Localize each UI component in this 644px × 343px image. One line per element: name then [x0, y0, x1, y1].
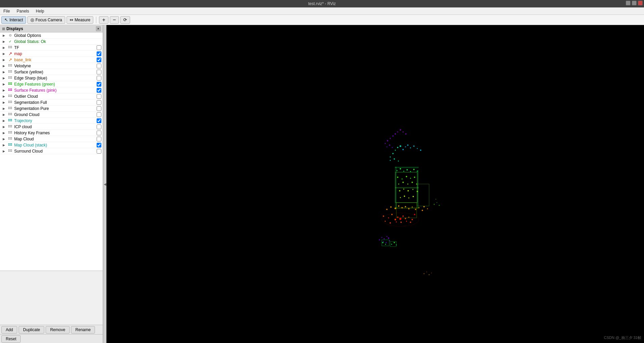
check-trajectory[interactable] — [97, 118, 101, 123]
check-surround-cloud[interactable] — [97, 149, 101, 154]
zoom-out-button[interactable]: − — [110, 16, 119, 24]
check-map[interactable] — [97, 51, 101, 56]
svg-point-78 — [8, 137, 9, 138]
svg-point-149 — [399, 190, 400, 191]
svg-point-121 — [412, 207, 413, 208]
check-ground-cloud[interactable] — [97, 112, 101, 117]
check-history-key-frames[interactable] — [97, 131, 101, 135]
interact-button[interactable]: ↖ Interact — [1, 16, 26, 24]
svg-point-2 — [11, 46, 12, 47]
menu-file[interactable]: File — [0, 8, 13, 14]
icon-tf — [7, 45, 13, 50]
icon-velodyne — [7, 63, 13, 69]
reset-button[interactable]: Reset — [1, 335, 21, 343]
display-item-icp-cloud[interactable]: ▶ ICP cloud — [0, 124, 103, 130]
collapse-handle[interactable]: ◀ — [103, 25, 106, 343]
measure-button[interactable]: ⇔ Measure — [67, 16, 94, 24]
check-edge-sharp-blue[interactable] — [97, 76, 101, 81]
menu-help[interactable]: Help — [32, 8, 48, 14]
display-item-edge-sharp-blue[interactable]: ▶ Edge Sharp (blue) — [0, 75, 103, 81]
display-item-edge-features-green[interactable]: ▶ Edge Features (green) — [0, 81, 103, 87]
label-segmentation-full: Segmentation Full — [14, 100, 97, 105]
close-btn[interactable] — [638, 1, 643, 5]
check-segmentation-full[interactable] — [97, 100, 101, 105]
svg-point-50 — [11, 107, 12, 108]
display-item-surround-cloud[interactable]: ▶ Surround Cloud — [0, 148, 103, 154]
interact-label: Interact — [9, 18, 23, 22]
display-item-map-cloud[interactable]: ▶ Map Cloud — [0, 136, 103, 142]
arrow-tf: ▶ — [3, 46, 7, 49]
check-tf[interactable] — [97, 45, 101, 50]
display-item-base-link[interactable]: ▶ ↗ base_link — [0, 57, 103, 63]
svg-point-132 — [397, 170, 398, 171]
rename-button[interactable]: Rename — [71, 326, 95, 334]
display-list: ▶ ⚙ Global Options ▶ ✓ Global Status: Ok… — [0, 32, 103, 271]
svg-point-134 — [403, 171, 404, 172]
label-edge-features-green: Edge Features (green) — [14, 82, 97, 87]
icon-ground-cloud — [7, 112, 13, 117]
display-item-segmentation-pure[interactable]: ▶ Segmentation Pure — [0, 106, 103, 112]
label-global-options: Global Options — [14, 33, 103, 38]
check-surface-features-pink[interactable] — [97, 88, 101, 93]
arrow-icp-cloud: ▶ — [3, 125, 7, 129]
view-area[interactable]: CSDN @_杨三夕 31帧 — [106, 25, 644, 343]
display-item-segmentation-full[interactable]: ▶ Segmentation Full — [0, 99, 103, 106]
svg-point-63 — [8, 120, 9, 121]
svg-point-14 — [11, 70, 12, 71]
label-surround-cloud: Surround Cloud — [14, 149, 97, 154]
svg-point-4 — [10, 47, 11, 48]
display-item-tf[interactable]: ▶ TF — [0, 45, 103, 51]
duplicate-button[interactable]: Duplicate — [19, 326, 44, 334]
check-map-cloud[interactable] — [97, 137, 101, 141]
check-base-link[interactable] — [97, 58, 101, 62]
check-outlier-cloud[interactable] — [97, 94, 101, 99]
display-item-history-key-frames[interactable]: ▶ History Key Frames — [0, 130, 103, 136]
check-segmentation-pure[interactable] — [97, 106, 101, 111]
svg-point-174 — [387, 140, 388, 141]
svg-point-60 — [8, 119, 9, 120]
svg-point-79 — [10, 137, 11, 138]
svg-point-178 — [397, 132, 398, 133]
svg-point-72 — [8, 131, 9, 132]
check-velodyne[interactable] — [97, 64, 101, 68]
display-item-surface-yellow[interactable]: ▶ Surface (yellow) — [0, 69, 103, 75]
svg-point-119 — [405, 206, 406, 207]
zoom-in-button[interactable]: + — [99, 16, 108, 24]
maximize-btn[interactable] — [632, 1, 637, 5]
display-item-surface-features-pink[interactable]: ▶ Surface Features (pink) — [0, 87, 103, 93]
display-item-outlier-cloud[interactable]: ▶ Outlier Cloud — [0, 93, 103, 99]
display-item-map-cloud-stack[interactable]: ▶ Map Cloud (stack) — [0, 142, 103, 148]
check-edge-features-green[interactable] — [97, 82, 101, 87]
check-surface-yellow[interactable] — [97, 70, 101, 74]
svg-rect-130 — [395, 187, 418, 188]
svg-point-140 — [402, 179, 403, 180]
svg-point-159 — [392, 153, 394, 154]
check-map-cloud-stack[interactable] — [97, 143, 101, 147]
svg-point-73 — [10, 131, 11, 132]
svg-point-56 — [11, 113, 12, 114]
reset-view-button[interactable]: ⟳ — [120, 16, 130, 24]
minimize-btn[interactable] — [626, 1, 630, 5]
display-item-map[interactable]: ▶ ↗ map — [0, 51, 103, 57]
displays-close-button[interactable]: ✕ — [96, 26, 101, 31]
svg-point-193 — [383, 241, 384, 242]
svg-rect-186 — [417, 184, 429, 206]
add-button[interactable]: Add — [1, 326, 17, 334]
remove-button[interactable]: Remove — [46, 326, 70, 334]
focus-camera-icon: ◎ — [30, 17, 34, 22]
display-item-ground-cloud[interactable]: ▶ Ground Cloud — [0, 112, 103, 118]
zoom-out-icon: − — [113, 17, 116, 23]
focus-camera-button[interactable]: ◎ Focus Camera — [27, 16, 65, 24]
watermark: CSDN @_杨三夕 31帧 — [604, 335, 641, 340]
display-item-global-status[interactable]: ▶ ✓ Global Status: Ok — [0, 39, 103, 45]
arrow-trajectory: ▶ — [3, 119, 7, 122]
menu-panels[interactable]: Panels — [13, 8, 32, 14]
svg-point-110 — [396, 222, 397, 223]
svg-point-39 — [8, 96, 9, 97]
display-item-trajectory[interactable]: ▶ Trajectory — [0, 118, 103, 124]
svg-point-158 — [390, 157, 391, 158]
check-icp-cloud[interactable] — [97, 124, 101, 129]
arrow-base-link: ▶ — [3, 58, 7, 62]
display-item-global-options[interactable]: ▶ ⚙ Global Options — [0, 32, 103, 39]
display-item-velodyne[interactable]: ▶ Velodyne — [0, 63, 103, 69]
